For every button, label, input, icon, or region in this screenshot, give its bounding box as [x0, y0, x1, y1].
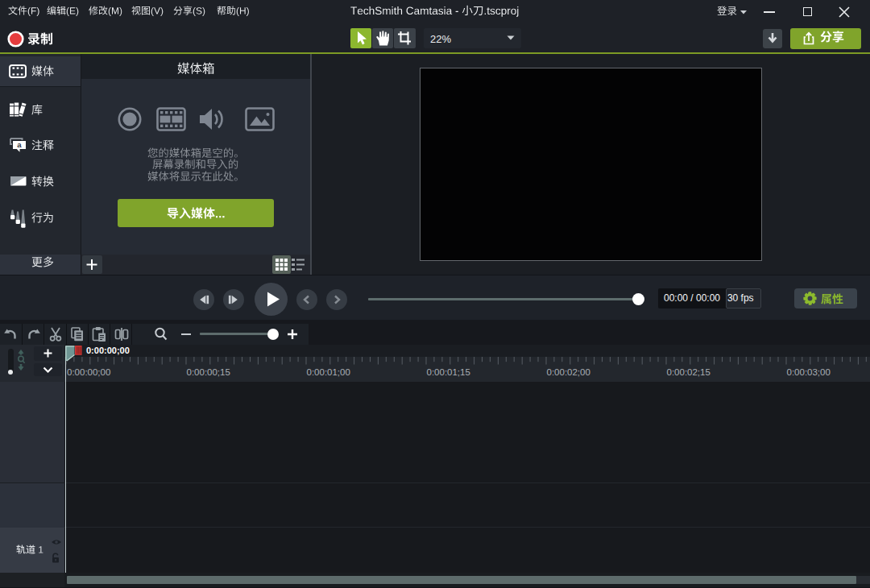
svg-text:a: a	[17, 140, 22, 149]
